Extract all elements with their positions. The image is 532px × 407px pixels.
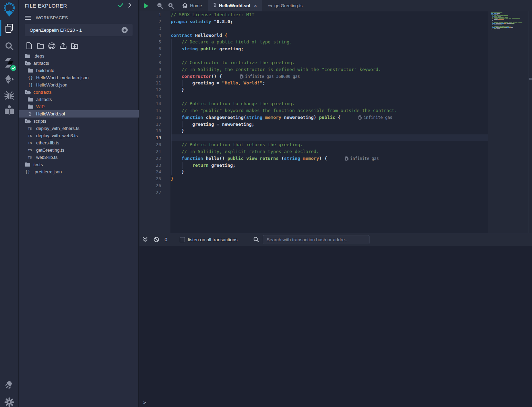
tree-item-helloworld-json[interactable]: {}HelloWorld.json	[19, 81, 139, 89]
code-line-14: // Public function to change the greetin…	[171, 100, 519, 107]
tree-item-getgreeting-ts[interactable]: TSgetGreeting.ts	[19, 146, 139, 154]
run-script-button[interactable]	[141, 0, 151, 11]
gas-pump-icon	[240, 74, 243, 79]
sidebar-item-plugin-manager[interactable]	[0, 377, 19, 393]
pending-tx-count: 0	[165, 237, 167, 242]
sidebar-item-settings[interactable]	[0, 395, 19, 407]
line-number: 14	[139, 100, 170, 107]
code-editor[interactable]: 1234567891011121314151617181920212223242…	[139, 11, 532, 233]
ban-icon	[154, 237, 159, 242]
scrollbar-thumb[interactable]	[529, 78, 532, 80]
file-explorer-panel: FILE EXPLORER WORKSPACES OpenZeppelin ER…	[19, 0, 139, 407]
tree-item-artifacts[interactable]: artifacts	[19, 60, 139, 67]
folder-icon	[28, 97, 35, 102]
line-number: 8	[139, 59, 170, 66]
tab-helloworld-sol[interactable]: HelloWorld.sol×	[208, 0, 262, 11]
upload-folder-icon[interactable]	[70, 42, 79, 50]
sidebar-item-file-explorer[interactable]	[0, 21, 19, 36]
gas-estimate-annotation: infinite gas	[345, 155, 379, 162]
panel-expand-icon[interactable]	[128, 2, 132, 9]
new-file-icon[interactable]	[25, 42, 33, 50]
zoom-in-button[interactable]	[166, 0, 176, 11]
code-line-19	[171, 134, 519, 141]
line-number: 10	[139, 73, 170, 80]
search-icon	[5, 42, 14, 51]
tree-item-label: artifacts	[33, 61, 49, 66]
line-number: 3	[139, 25, 170, 32]
zoom-out-button[interactable]	[155, 0, 165, 11]
remix-logo[interactable]	[0, 1, 19, 18]
tree-item-helloworld-metadata-json[interactable]: {}HelloWorld_metadata.json	[19, 74, 139, 81]
sidebar-item-deploy-run[interactable]	[0, 72, 19, 87]
line-number: 13	[139, 93, 170, 100]
code-area[interactable]: // SPDX-License-Identifier: MITpragma so…	[171, 11, 519, 233]
editor-gutter: 1234567891011121314151617181920212223242…	[139, 11, 170, 233]
sidebar-item-solidity-compiler[interactable]	[0, 55, 19, 72]
code-line-26	[171, 182, 519, 189]
line-number: 27	[139, 189, 170, 196]
code-line-11: greeting = "Hello, World!";	[171, 80, 519, 87]
workspace-select[interactable]: OpenZeppelin ERC20 - 1	[25, 24, 133, 36]
tree-item-contracts[interactable]: contracts	[19, 89, 139, 96]
upload-file-icon[interactable]	[59, 42, 67, 50]
tree-item-tests[interactable]: tests	[19, 161, 139, 168]
tree-item-label: HelloWorld.json	[36, 82, 67, 88]
line-number: 25	[139, 175, 170, 182]
tree-item-label: HelloWorld_metadata.json	[36, 75, 88, 80]
tree-item-ethers-lib-ts[interactable]: TSethers-lib.ts	[19, 139, 139, 146]
line-number: 21	[139, 148, 170, 155]
tree-item-deploy-with-ethers-ts[interactable]: TSdeploy_with_ethers.ts	[19, 125, 139, 132]
tree-item-label: artifacts	[36, 97, 52, 102]
tree-item--prettierrc-json[interactable]: {}.prettierrc.json	[19, 168, 139, 175]
ts-icon: TS	[28, 134, 35, 138]
tree-item--deps[interactable]: .deps	[19, 52, 139, 60]
indent-guide	[182, 80, 182, 87]
code-line-17: greeting = newGreeting;	[171, 121, 519, 128]
code-line-22: function hello() public view returns (st…	[171, 155, 519, 162]
terminal-output[interactable]: >	[139, 246, 532, 407]
zoom-out-icon	[157, 3, 163, 9]
gas-estimate-annotation: infinite gas	[358, 114, 392, 121]
workspaces-menu-icon[interactable]	[25, 16, 31, 22]
tree-item-wip[interactable]: WIP	[19, 103, 139, 110]
tab-bar: HomeHelloWorld.sol×TSgetGreeting.ts	[139, 0, 532, 11]
tree-item-web3-lib-ts[interactable]: TSweb3-lib.ts	[19, 154, 139, 161]
tree-item-label: contracts	[33, 90, 52, 95]
tab-home[interactable]: Home	[177, 0, 207, 11]
indent-guide	[182, 162, 182, 169]
code-line-2: pragma solidity ^0.8.0;	[171, 18, 519, 25]
sidebar-item-search[interactable]	[0, 39, 19, 54]
code-line-5: // Declare a public field of type string…	[171, 39, 519, 45]
tree-item-scripts[interactable]: scripts	[19, 118, 139, 125]
sidebar-item-solidity-unit-testing[interactable]	[0, 103, 19, 118]
close-icon[interactable]: ×	[254, 3, 257, 9]
line-number: 19	[139, 134, 170, 141]
indent-guide	[182, 121, 182, 128]
line-number: 22	[139, 155, 170, 162]
double-chevron-down-icon	[143, 237, 148, 242]
tree-item-deploy-with-web3-ts[interactable]: TSdeploy_with_web3.ts	[19, 132, 139, 139]
transaction-search-input[interactable]	[263, 235, 369, 244]
terminal-prompt: >	[143, 400, 146, 405]
terminal-clear-button[interactable]	[154, 237, 159, 242]
tree-item-build-info[interactable]: build-info	[19, 67, 139, 74]
file-explorer-actions	[25, 42, 79, 50]
editor-scrollbar[interactable]	[529, 11, 532, 233]
braces-icon: {}	[25, 170, 32, 174]
github-icon[interactable]	[48, 42, 56, 50]
minimap-column[interactable]	[488, 11, 529, 233]
terminal-collapse-button[interactable]	[143, 237, 148, 242]
workspace-selected-value: OpenZeppelin ERC20 - 1	[30, 28, 122, 33]
activity-bar	[0, 0, 19, 407]
tree-item-label: web3-lib.ts	[36, 155, 58, 160]
tab-label: getGreeting.ts	[274, 3, 303, 8]
tab-getgreeting-ts[interactable]: TSgetGreeting.ts	[263, 0, 307, 11]
tree-item-artifacts[interactable]: artifacts	[19, 96, 139, 103]
sidebar-item-debugger[interactable]	[0, 88, 19, 103]
tree-item-helloworld-sol[interactable]: HelloWorld.sol	[19, 110, 139, 118]
listen-transactions-checkbox[interactable]	[180, 237, 185, 242]
run-icon	[143, 3, 149, 9]
new-folder-icon[interactable]	[36, 42, 44, 50]
code-line-20: // Public function that returns the gree…	[171, 141, 519, 148]
code-line-7	[171, 52, 519, 59]
